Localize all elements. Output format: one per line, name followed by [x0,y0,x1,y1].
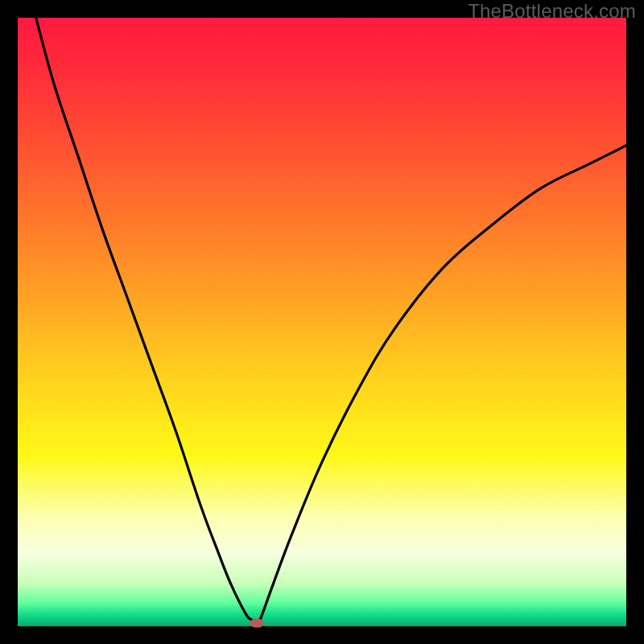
watermark-text: TheBottleneck.com [468,0,636,23]
chart-frame: TheBottleneck.com [0,0,644,644]
curve-line [18,18,626,626]
optimum-marker [250,619,263,628]
plot-area [18,18,626,626]
